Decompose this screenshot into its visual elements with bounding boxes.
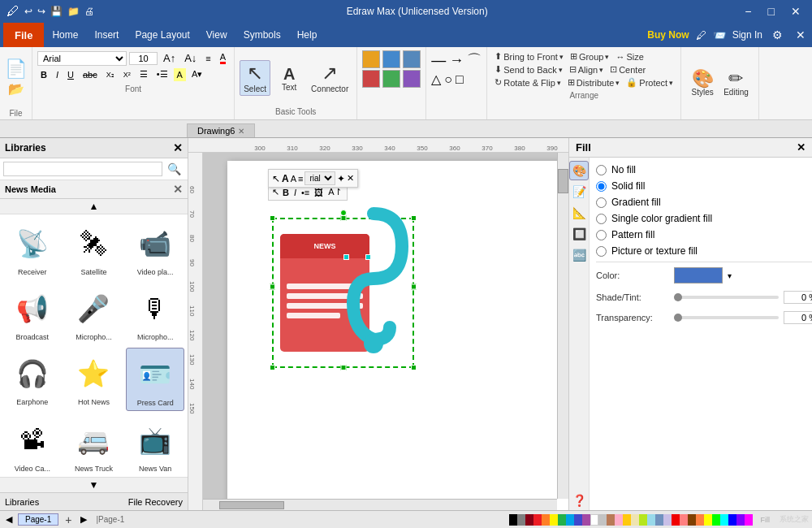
distribute-dropdown[interactable]: ▾ <box>615 79 620 87</box>
bring-front-btn[interactable]: ⬆ Bring to Front ▾ <box>492 50 566 63</box>
insert-menu[interactable]: Insert <box>86 23 127 47</box>
curve-btn[interactable]: ⌒ <box>467 50 482 70</box>
distribute-btn[interactable]: ⊞ Distribute ▾ <box>565 76 622 89</box>
color-swatch[interactable] <box>582 514 590 526</box>
color-swatch[interactable] <box>688 514 696 526</box>
canvas-workspace[interactable]: ↖ A A ≡ rial ✦ ✕ ↖ B I •≡ <box>203 153 568 510</box>
sign-in-button[interactable]: Sign In <box>732 29 762 41</box>
align-dropdown[interactable]: ▾ <box>599 66 603 74</box>
group-dropdown[interactable]: ▾ <box>605 53 609 61</box>
sidebar-close-btn[interactable]: ✕ <box>173 141 183 154</box>
color-swatch[interactable] <box>680 514 688 526</box>
shadow-panel-icon[interactable]: 📐 <box>569 203 589 223</box>
shape-panel-icon[interactable]: 🔲 <box>569 224 589 244</box>
color-swatch[interactable] <box>525 514 533 526</box>
help-panel-icon[interactable]: ❓ <box>569 491 589 510</box>
fill-pattern-radio[interactable] <box>596 230 607 240</box>
superscript-btn[interactable]: X² <box>120 69 134 80</box>
maximize-button[interactable]: □ <box>763 3 780 19</box>
subscript-btn[interactable]: X₂ <box>103 69 118 80</box>
font-color2-btn[interactable]: A▾ <box>188 67 205 81</box>
underline-btn[interactable]: U <box>64 68 77 81</box>
rotate-flip-btn[interactable]: ↻ Rotate & Flip ▾ <box>492 76 564 89</box>
handle-mr[interactable] <box>411 284 417 290</box>
arrow-btn[interactable]: → <box>449 52 464 69</box>
shade-slider[interactable] <box>674 296 779 299</box>
fill-single-gradient-radio[interactable] <box>596 214 607 224</box>
group-btn[interactable]: ⊞ Group ▾ <box>568 50 612 63</box>
shape-color-2[interactable] <box>382 50 400 68</box>
new-btn[interactable]: 📄 <box>2 58 30 80</box>
text-tool-btn[interactable]: A Text <box>274 63 304 93</box>
text-color-btn[interactable]: A <box>217 50 229 66</box>
transparency-pct-input[interactable] <box>784 311 812 324</box>
ft-italic-btn[interactable]: I <box>292 187 298 198</box>
bold-btn[interactable]: B <box>37 68 50 81</box>
library-item-5[interactable]: 🎙 Micropho... <box>126 283 184 344</box>
editing-btn[interactable]: ✏ Editing <box>720 68 752 98</box>
align-btn[interactable]: ≡ <box>202 52 214 65</box>
quick-open-btn[interactable]: 📁 <box>67 6 80 17</box>
bullet-list-btn[interactable]: •☰ <box>153 67 171 81</box>
color-swatch[interactable] <box>639 514 647 526</box>
fill-gradient-radio[interactable] <box>596 197 607 208</box>
scrollbar-vertical[interactable] <box>557 153 568 499</box>
circle-btn[interactable]: ○ <box>444 72 452 87</box>
fill-none-radio[interactable] <box>596 165 607 175</box>
scroll-up-btn[interactable]: ▲ <box>0 199 188 214</box>
library-item-10[interactable]: 🚐 News Truck <box>65 414 123 476</box>
rotate-dropdown[interactable]: ▾ <box>557 79 561 87</box>
color-swatch[interactable] <box>712 514 720 526</box>
color-swatch[interactable] <box>745 514 753 526</box>
close-button[interactable]: ✕ <box>786 3 806 19</box>
settings-icon[interactable]: ⚙ <box>769 27 786 43</box>
ft-link-btn[interactable]: A↾ <box>326 186 343 198</box>
list-btn[interactable]: ☰ <box>136 67 151 81</box>
library-close-btn[interactable]: ✕ <box>173 183 183 196</box>
font-size-input[interactable] <box>129 52 158 65</box>
next-page-btn[interactable]: ▶ <box>78 513 89 526</box>
triangle-btn[interactable]: △ <box>431 71 441 87</box>
rect-btn[interactable]: □ <box>456 72 464 87</box>
fill-texture-radio[interactable] <box>596 246 607 257</box>
library-item-3[interactable]: 📢 Broadcast <box>3 283 62 344</box>
color-swatch[interactable] <box>647 514 655 526</box>
strikethrough-btn[interactable]: abc <box>80 68 101 81</box>
library-item-0[interactable]: 📡 Receiver <box>3 218 62 279</box>
handle-br[interactable] <box>411 365 417 370</box>
fill-solid-radio[interactable] <box>596 181 607 192</box>
close-app-icon[interactable]: ✕ <box>793 27 809 43</box>
handle-tl[interactable] <box>270 215 275 221</box>
color-swatch[interactable] <box>663 514 672 526</box>
bring-front-dropdown[interactable]: ▾ <box>559 53 564 61</box>
color-swatch[interactable] <box>566 514 574 526</box>
scroll-down-btn[interactable]: ▼ <box>0 477 188 492</box>
shape-color-6[interactable] <box>403 70 421 88</box>
color-swatch[interactable] <box>542 514 550 526</box>
color-swatch[interactable] <box>558 514 566 526</box>
path-handle-1[interactable] <box>343 254 349 260</box>
text-panel-icon[interactable]: 🔤 <box>569 245 589 265</box>
ft-aa-dn-btn[interactable]: A <box>291 174 296 184</box>
color-swatch[interactable] <box>696 514 704 526</box>
view-menu[interactable]: View <box>198 23 235 47</box>
page-1-tab[interactable]: Page-1 <box>18 513 58 526</box>
minimize-button[interactable]: − <box>740 3 756 19</box>
page-layout-menu[interactable]: Page Layout <box>127 23 197 47</box>
color-swatch[interactable] <box>704 514 712 526</box>
library-item-2[interactable]: 📹 Video pla... <box>126 218 184 279</box>
italic-btn[interactable]: I <box>53 68 62 81</box>
library-search-input[interactable] <box>3 162 162 176</box>
font-increase-btn[interactable]: A↑ <box>160 50 179 66</box>
drawing-element[interactable]: NEWS <box>272 206 414 368</box>
color-swatch[interactable] <box>590 514 598 526</box>
ft-aa-up-btn[interactable]: A <box>282 173 289 184</box>
help-menu[interactable]: Help <box>289 23 326 47</box>
shape-color-4[interactable] <box>362 70 380 88</box>
color-swatch[interactable] <box>623 514 631 526</box>
library-item-11[interactable]: 📺 News Van <box>126 414 184 476</box>
library-item-4[interactable]: 🎤 Micropho... <box>65 283 123 344</box>
shape-color-1[interactable] <box>362 50 380 68</box>
highlight-btn[interactable]: A <box>174 68 186 81</box>
scrollbar-horizontal[interactable] <box>203 499 557 510</box>
